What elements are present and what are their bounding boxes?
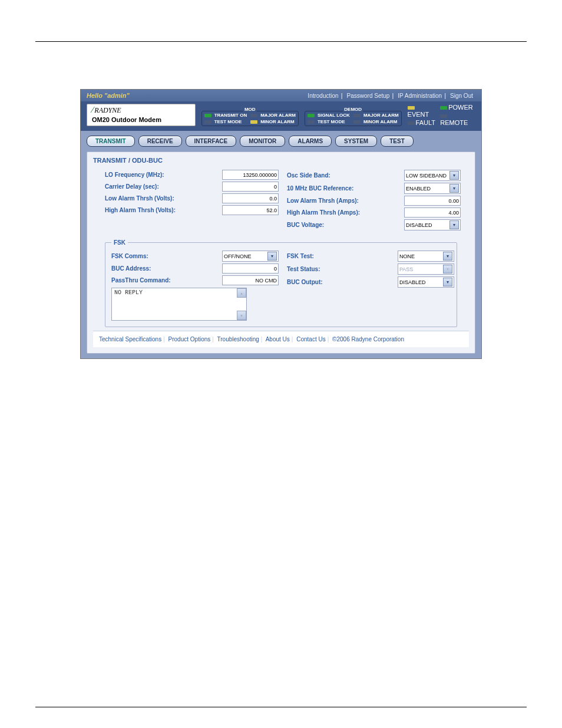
topnav-sign-out[interactable]: Sign Out (450, 93, 473, 99)
label-buc-voltage: BUC Voltage: (287, 222, 404, 228)
chevron-down-icon: ▾ (443, 265, 452, 274)
input-low-alarm-volts[interactable] (222, 193, 279, 203)
label-passthru-command: PassThru Command: (111, 277, 222, 284)
fsk-legend: FSK (111, 239, 128, 246)
fsk-fieldset: FSK FSK Comms:OFF/NONE▾ BUC Address: Pas… (105, 239, 457, 327)
footer-about-us[interactable]: About Us (266, 336, 290, 342)
led-signal-lock-icon (308, 114, 315, 117)
label-buc-reference: 10 MHz BUC Reference: (287, 185, 404, 192)
status-mod: MOD TRANSMIT ON TEST MODE MAJOR ALARM MI… (201, 111, 299, 126)
tab-test[interactable]: TEST (381, 136, 414, 147)
chevron-down-icon: ▾ (449, 220, 459, 229)
led-mod-minor-alarm-icon (250, 120, 257, 124)
chevron-down-icon: ▾ (443, 252, 452, 261)
tab-alarms[interactable]: ALARMS (289, 136, 332, 147)
footer-tech-spec[interactable]: Technical Specifications (99, 336, 161, 342)
led-remote-icon (440, 114, 447, 118)
label-lo-frequency: LO Frequency (MHz): (105, 172, 222, 178)
select-buc-output[interactable]: DISABLED▾ (398, 276, 454, 288)
chevron-down-icon: ▾ (449, 184, 459, 193)
label-low-alarm-volts: Low Alarm Thrsh (Volts): (105, 195, 222, 202)
right-column: Osc Side Band:LOW SIDEBAND▾ 10 MHz BUC R… (287, 170, 457, 232)
label-osc-side-band: Osc Side Band: (287, 172, 404, 179)
led-demod-major-alarm-icon (353, 114, 361, 117)
reply-textarea[interactable]: NO REPLY ▴ ▾ (111, 288, 247, 321)
led-mod-major-alarm-icon (250, 114, 257, 117)
input-carrier-delay[interactable] (222, 182, 279, 192)
scroll-down-icon[interactable]: ▾ (237, 311, 246, 320)
led-demod-minor-alarm-icon (353, 120, 361, 124)
chevron-down-icon: ▾ (267, 252, 277, 261)
footer-links: Technical Specifications| Product Option… (93, 331, 469, 347)
section-title: TRANSMIT / ODU-BUC (93, 157, 469, 164)
hello-user: Hello "admin" (87, 92, 130, 99)
label-carrier-delay: Carrier Delay (sec): (105, 183, 222, 190)
app-window: Hello "admin" Introduction| Password Set… (80, 89, 482, 359)
select-fsk-test[interactable]: NONE▾ (398, 251, 454, 262)
footer-copyright: ©2006 Radyne Corporation (332, 336, 404, 342)
label-low-alarm-amps: Low Alarm Thrsh (Amps): (287, 197, 404, 204)
input-buc-address[interactable] (222, 263, 279, 274)
logo-box: ⁄RADYNE OM20 Outdoor Modem (87, 104, 196, 126)
topnav-ip-administration[interactable]: IP Administration (398, 93, 442, 99)
topnav-password-setup[interactable]: Password Setup (347, 93, 390, 99)
input-passthru-command[interactable] (222, 275, 279, 285)
tab-interface[interactable]: INTERFACE (186, 136, 237, 147)
logo-brand: RADYNE (94, 106, 121, 115)
footer-troubleshooting[interactable]: Troubleshooting (217, 336, 259, 342)
led-power-icon (440, 106, 447, 110)
chevron-down-icon: ▾ (449, 171, 459, 180)
label-buc-output: BUC Output: (287, 279, 398, 285)
label-high-alarm-amps: High Alarm Thrsh (Amps): (287, 209, 404, 216)
tab-system[interactable]: SYSTEM (335, 136, 377, 147)
footer-contact-us[interactable]: Contact Us (296, 336, 325, 342)
select-test-status: PASS▾ (398, 263, 454, 275)
select-buc-voltage[interactable]: DISABLED▾ (404, 219, 461, 230)
label-buc-address: BUC Address: (111, 265, 222, 272)
label-test-status: Test Status: (287, 266, 398, 272)
topnav: Introduction| Password Setup| IP Adminis… (305, 92, 475, 99)
status-demod: DEMOD SIGNAL LOCK TEST MODE MAJOR ALARM … (305, 111, 402, 126)
input-high-alarm-amps[interactable] (404, 207, 461, 218)
topbar: Hello "admin" Introduction| Password Set… (81, 90, 481, 101)
input-lo-frequency[interactable] (222, 170, 279, 180)
led-transmit-on-icon (204, 114, 211, 117)
input-low-alarm-amps[interactable] (404, 196, 461, 206)
label-fsk-test: FSK Test: (287, 253, 398, 259)
main-panel: TRANSMIT / ODU-BUC LO Frequency (MHz): C… (87, 151, 475, 354)
led-fault-icon (408, 121, 415, 125)
select-fsk-comms[interactable]: OFF/NONE▾ (222, 251, 279, 262)
select-osc-side-band[interactable]: LOW SIDEBAND▾ (404, 170, 461, 181)
led-event-icon (408, 106, 415, 110)
left-column: LO Frequency (MHz): Carrier Delay (sec):… (105, 170, 275, 232)
header-strip: ⁄RADYNE OM20 Outdoor Modem MOD TRANSMIT … (81, 101, 481, 131)
logo-swoosh-icon: ⁄ (92, 106, 93, 115)
chevron-down-icon: ▾ (443, 278, 452, 286)
tab-receive[interactable]: RECEIVE (138, 136, 182, 147)
label-fsk-comms: FSK Comms: (111, 253, 222, 259)
footer-product-options[interactable]: Product Options (168, 336, 211, 342)
nav-tabs: TRANSMIT RECEIVE INTERFACE MONITOR ALARM… (81, 131, 481, 151)
input-high-alarm-volts[interactable] (222, 205, 279, 215)
select-buc-reference[interactable]: ENABLED▾ (404, 183, 461, 194)
scroll-up-icon[interactable]: ▴ (237, 288, 246, 298)
logo-subtitle: OM20 Outdoor Modem (92, 116, 190, 123)
tab-monitor[interactable]: MONITOR (240, 136, 285, 147)
led-test-mode-icon (204, 120, 211, 124)
led-demod-test-mode-icon (308, 120, 315, 124)
topnav-introduction[interactable]: Introduction (308, 93, 338, 99)
tab-transmit[interactable]: TRANSMIT (87, 136, 135, 147)
label-high-alarm-volts: High Alarm Thrsh (Volts): (105, 207, 222, 213)
